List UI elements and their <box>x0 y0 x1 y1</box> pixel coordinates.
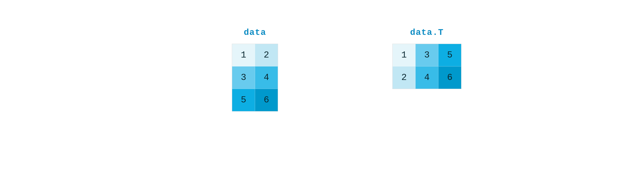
grid-data: 1 2 3 4 5 6 <box>232 44 278 111</box>
title-data-t: data.T <box>410 27 444 37</box>
cell: 6 <box>438 66 461 89</box>
cell: 6 <box>255 89 278 111</box>
cell: 2 <box>255 44 278 66</box>
cell: 5 <box>438 44 461 66</box>
cell: 3 <box>416 44 438 66</box>
cell: 2 <box>392 66 416 89</box>
cell: 1 <box>392 44 416 66</box>
cell: 4 <box>255 66 278 89</box>
grid-data-t: 1 3 5 2 4 6 <box>392 44 462 89</box>
panel-data: data 1 2 3 4 5 6 <box>232 27 278 111</box>
cell: 1 <box>232 44 255 66</box>
panel-data-t: data.T 1 3 5 2 4 6 <box>392 27 462 89</box>
title-data: data <box>244 27 266 37</box>
cell: 4 <box>416 66 438 89</box>
cell: 3 <box>232 66 255 89</box>
diagram-container: data 1 2 3 4 5 6 data.T 1 3 5 2 4 6 <box>0 0 644 111</box>
cell: 5 <box>232 89 255 111</box>
